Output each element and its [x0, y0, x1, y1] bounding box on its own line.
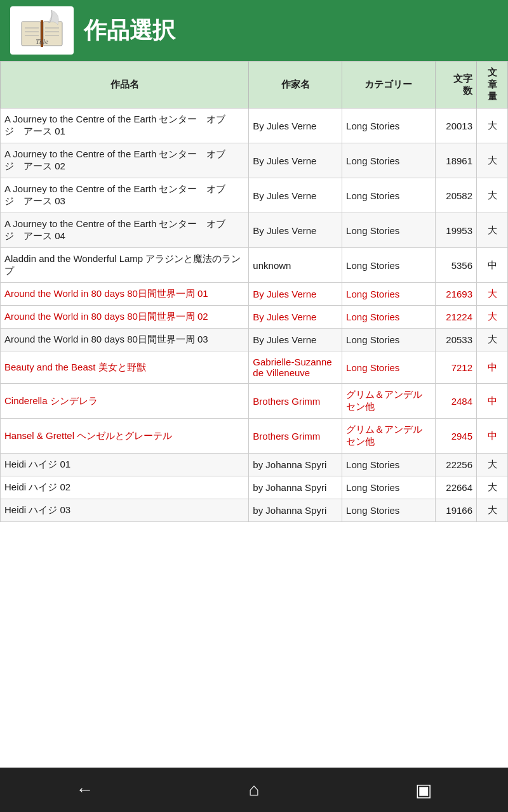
cell-chars: 18961 — [435, 143, 476, 178]
cell-category: Long Stories — [342, 108, 436, 143]
recent-button[interactable]: ▣ — [398, 774, 449, 806]
table-row[interactable]: Around the World in 80 days 80日間世界一周 02B… — [1, 306, 508, 329]
cell-category: Long Stories — [342, 351, 436, 384]
cell-title: A Journey to the Centre of the Earth センタ… — [1, 143, 249, 178]
cell-size: 中 — [477, 419, 508, 454]
cell-author: By Jules Verne — [249, 108, 342, 143]
cell-category: Long Stories — [342, 306, 436, 329]
table-row[interactable]: A Journey to the Centre of the Earth センタ… — [1, 178, 508, 213]
app-logo: Title — [10, 6, 74, 55]
cell-chars: 2484 — [435, 384, 476, 419]
cell-title: A Journey to the Centre of the Earth センタ… — [1, 178, 249, 213]
cell-author: By Jules Verne — [249, 283, 342, 306]
col-header-title: 作品名 — [1, 62, 249, 108]
col-header-author: 作家名 — [249, 62, 342, 108]
col-header-category: カテゴリー — [342, 62, 436, 108]
cell-author: by Johanna Spyri — [249, 499, 342, 522]
svg-text:Title: Title — [36, 37, 48, 45]
cell-title: Heidi ハイジ 03 — [1, 499, 249, 522]
cell-title: Beauty and the Beast 美女と野獣 — [1, 351, 249, 384]
cell-title: Heidi ハイジ 02 — [1, 476, 249, 499]
cell-category: Long Stories — [342, 213, 436, 248]
cell-author: By Jules Verne — [249, 329, 342, 351]
cell-author: By Jules Verne — [249, 143, 342, 178]
cell-title: Heidi ハイジ 01 — [1, 454, 249, 476]
cell-author: Brothers Grimm — [249, 419, 342, 454]
cell-author: Brothers Grimm — [249, 384, 342, 419]
home-button[interactable]: ⌂ — [229, 774, 279, 806]
cell-chars: 21693 — [435, 283, 476, 306]
table-row[interactable]: Around the World in 80 days 80日間世界一周 03B… — [1, 329, 508, 351]
cell-chars: 5356 — [435, 248, 476, 283]
cell-title: A Journey to the Centre of the Earth センタ… — [1, 213, 249, 248]
cell-size: 中 — [477, 384, 508, 419]
col-header-chars: 文字数 — [435, 62, 476, 108]
cell-title: Cinderella シンデレラ — [1, 384, 249, 419]
cell-title: Aladdin and the Wonderful Lamp アラジンと魔法のラ… — [1, 248, 249, 283]
table-row[interactable]: Beauty and the Beast 美女と野獣Gabrielle-Suza… — [1, 351, 508, 384]
cell-size: 大 — [477, 499, 508, 522]
cell-author: Gabrielle-Suzanne de Villeneuve — [249, 351, 342, 384]
cell-category: Long Stories — [342, 454, 436, 476]
cell-author: By Jules Verne — [249, 213, 342, 248]
table-row[interactable]: A Journey to the Centre of the Earth センタ… — [1, 143, 508, 178]
cell-category: Long Stories — [342, 178, 436, 213]
book-icon: Title — [17, 9, 67, 52]
cell-author: by Johanna Spyri — [249, 476, 342, 499]
cell-size: 大 — [477, 213, 508, 248]
cell-category: Long Stories — [342, 248, 436, 283]
cell-title: Around the World in 80 days 80日間世界一周 02 — [1, 306, 249, 329]
cell-size: 大 — [477, 329, 508, 351]
works-table-container[interactable]: 作品名 作家名 カテゴリー 文字数 文章量 A Journey to the C… — [0, 61, 508, 768]
cell-category: Long Stories — [342, 283, 436, 306]
cell-category: Long Stories — [342, 499, 436, 522]
cell-author: By Jules Verne — [249, 178, 342, 213]
cell-author: By Jules Verne — [249, 306, 342, 329]
navigation-bar: ← ⌂ ▣ — [0, 768, 508, 812]
cell-chars: 7212 — [435, 351, 476, 384]
cell-size: 大 — [477, 306, 508, 329]
cell-size: 大 — [477, 108, 508, 143]
cell-chars: 20533 — [435, 329, 476, 351]
table-row[interactable]: Heidi ハイジ 03by Johanna SpyriLong Stories… — [1, 499, 508, 522]
cell-title: Around the World in 80 days 80日間世界一周 01 — [1, 283, 249, 306]
cell-chars: 19166 — [435, 499, 476, 522]
cell-title: Around the World in 80 days 80日間世界一周 03 — [1, 329, 249, 351]
cell-size: 大 — [477, 476, 508, 499]
cell-category: グリム＆アンデルセン他 — [342, 384, 436, 419]
table-row[interactable]: Around the World in 80 days 80日間世界一周 01B… — [1, 283, 508, 306]
cell-size: 大 — [477, 283, 508, 306]
table-row[interactable]: Cinderella シンデレラBrothers Grimmグリム＆アンデルセン… — [1, 384, 508, 419]
cell-category: Long Stories — [342, 476, 436, 499]
table-header-row: 作品名 作家名 カテゴリー 文字数 文章量 — [1, 62, 508, 108]
table-row[interactable]: Heidi ハイジ 02by Johanna SpyriLong Stories… — [1, 476, 508, 499]
cell-title: A Journey to the Centre of the Earth センタ… — [1, 108, 249, 143]
cell-chars: 19953 — [435, 213, 476, 248]
table-row[interactable]: Heidi ハイジ 01by Johanna SpyriLong Stories… — [1, 454, 508, 476]
cell-chars: 2945 — [435, 419, 476, 454]
cell-title: Hansel & Grettel ヘンゼルとグレーテル — [1, 419, 249, 454]
cell-category: グリム＆アンデルセン他 — [342, 419, 436, 454]
table-row[interactable]: A Journey to the Centre of the Earth センタ… — [1, 213, 508, 248]
cell-size: 中 — [477, 248, 508, 283]
page-title: 作品選択 — [84, 15, 175, 46]
cell-size: 大 — [477, 143, 508, 178]
cell-chars: 22664 — [435, 476, 476, 499]
cell-chars: 20013 — [435, 108, 476, 143]
header: Title 作品選択 — [0, 0, 508, 61]
table-row[interactable]: Hansel & Grettel ヘンゼルとグレーテルBrothers Grim… — [1, 419, 508, 454]
cell-size: 大 — [477, 454, 508, 476]
col-header-size: 文章量 — [477, 62, 508, 108]
cell-author: unknown — [249, 248, 342, 283]
cell-chars: 21224 — [435, 306, 476, 329]
works-table: 作品名 作家名 カテゴリー 文字数 文章量 A Journey to the C… — [0, 61, 508, 522]
cell-chars: 20582 — [435, 178, 476, 213]
cell-size: 大 — [477, 178, 508, 213]
table-row[interactable]: Aladdin and the Wonderful Lamp アラジンと魔法のラ… — [1, 248, 508, 283]
cell-author: by Johanna Spyri — [249, 454, 342, 476]
cell-category: Long Stories — [342, 143, 436, 178]
cell-category: Long Stories — [342, 329, 436, 351]
back-button[interactable]: ← — [59, 774, 110, 806]
cell-size: 中 — [477, 351, 508, 384]
table-row[interactable]: A Journey to the Centre of the Earth センタ… — [1, 108, 508, 143]
